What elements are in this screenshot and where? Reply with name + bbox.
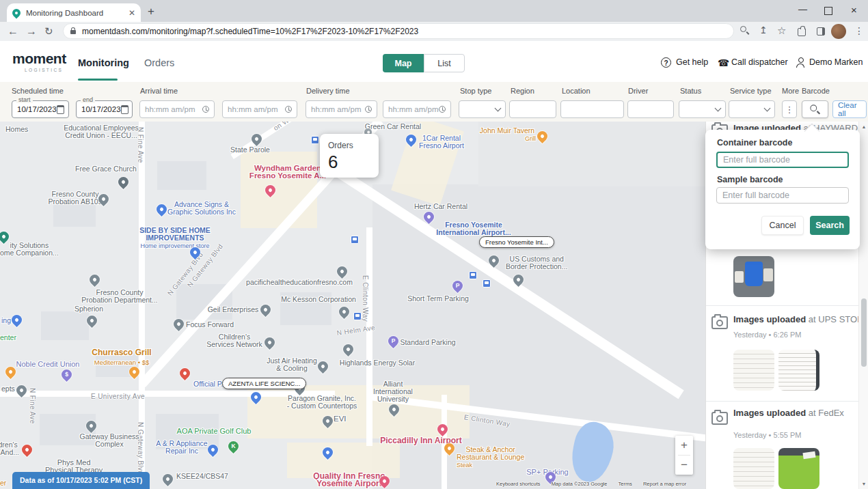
sample-barcode-input[interactable]	[716, 187, 849, 204]
side-panel-icon[interactable]	[817, 27, 825, 36]
browser-tab[interactable]: Monitoring Dashboard ✕	[7, 3, 141, 22]
map-pin-icon[interactable]	[335, 264, 349, 279]
map-canvas[interactable]: HomesEducational EmployeesCredit Union -…	[0, 122, 705, 489]
map-poi-label: enter	[0, 334, 16, 341]
map-toggle-button[interactable]: Map	[383, 54, 424, 72]
report-map-error-link[interactable]: Report a map error	[643, 481, 686, 487]
profile-avatar[interactable]	[831, 24, 846, 39]
service-type-select[interactable]	[729, 100, 775, 118]
zoom-out-button[interactable]: −	[675, 456, 693, 475]
driver-label: Driver	[628, 87, 648, 95]
forward-button[interactable]: →	[26, 25, 37, 38]
back-button[interactable]: ←	[8, 25, 18, 38]
list-toggle-button[interactable]: List	[424, 54, 465, 72]
map-pin-icon[interactable]: P	[450, 279, 465, 293]
new-tab-button[interactable]: +	[148, 5, 154, 18]
map-poi-label: Educational EmployeesCredit Union - EECU…	[64, 124, 139, 139]
map-pin-icon[interactable]	[10, 313, 24, 327]
clear-all-button[interactable]: Clear all	[832, 100, 867, 118]
extensions-puzzle-icon[interactable]	[798, 28, 806, 36]
map-pin-icon[interactable]	[154, 202, 169, 216]
stop-type-select[interactable]	[459, 100, 506, 118]
map-pin-icon[interactable]	[87, 273, 102, 287]
clock-icon	[365, 106, 372, 113]
uploaded-image-thumbnail[interactable]	[778, 448, 819, 489]
bookmark-star-icon[interactable]: ☆	[777, 25, 786, 37]
map-pin-icon[interactable]: $	[59, 367, 74, 382]
nav-orders[interactable]: Orders	[144, 57, 174, 68]
status-select[interactable]	[679, 100, 726, 118]
map-poi-label: Highlands Energy Solar	[340, 359, 415, 367]
keyboard-shortcuts-link[interactable]: Keyboard shortcuts	[496, 481, 541, 487]
map-pin-icon[interactable]	[116, 175, 131, 189]
barcode-search-panel: Container barcode Sample barcode Cancel …	[705, 130, 860, 249]
order-stop-tag-marker[interactable]: AZENTA LIFE SCIENC...	[222, 378, 306, 389]
feed-divider	[706, 305, 858, 306]
window-maximize-button[interactable]	[824, 7, 832, 15]
orders-cluster-popup[interactable]: Orders 6	[320, 134, 379, 178]
map-pin-icon[interactable]	[20, 443, 34, 457]
container-barcode-label: Container barcode	[717, 138, 792, 148]
map-commercial-zone	[241, 152, 317, 228]
map-pin-icon[interactable]	[161, 472, 175, 486]
url-text: momentdash.com/monitoring/map?f.schedule…	[82, 27, 418, 36]
order-stop-tag-marker[interactable]: Fresno Yosemite Int...	[479, 236, 554, 248]
road-e-university-ave	[0, 391, 335, 397]
stop-type-label: Stop type	[460, 87, 491, 95]
uploaded-image-thumbnail[interactable]	[778, 350, 819, 391]
user-menu[interactable]: Demo Marken	[809, 57, 863, 67]
start-mini-label: start	[16, 96, 33, 103]
address-bar[interactable]: momentdash.com/monitoring/map?f.schedule…	[63, 23, 734, 39]
share-icon[interactable]: ↥	[759, 25, 768, 36]
map-pin-icon[interactable]	[178, 366, 192, 380]
region-input[interactable]	[509, 100, 556, 118]
arrival-end-field[interactable]: hh:mm am/pm	[222, 100, 297, 118]
scheduled-end-field[interactable]: end 10/17/2023	[76, 100, 133, 118]
map-poi-label: A & R ApplianceRepair Inc	[156, 440, 207, 455]
arrival-start-field[interactable]: hh:mm am/pm	[139, 100, 215, 118]
map-pin-icon[interactable]: P	[386, 334, 401, 348]
map-pin-icon[interactable]: K	[226, 439, 241, 453]
page-scrollbar[interactable]: ▲ ▼	[858, 122, 868, 489]
driver-input[interactable]	[627, 100, 674, 118]
barcode-search-button[interactable]	[802, 100, 828, 118]
transit-stop-icon	[311, 136, 319, 144]
arrival-time-label: Arrival time	[140, 87, 178, 95]
map-data-copyright: Map data ©2023 Google	[552, 481, 608, 487]
zoom-icon[interactable]	[740, 26, 749, 35]
delivery-end-field[interactable]: hh:mm am/pm	[383, 100, 451, 118]
location-input[interactable]	[560, 100, 624, 118]
uploaded-image-thumbnail[interactable]	[733, 256, 774, 297]
window-close-button[interactable]: ×	[851, 4, 857, 16]
scrollbar-thumb[interactable]	[861, 298, 867, 367]
map-pin-icon[interactable]	[258, 303, 273, 317]
container-barcode-input[interactable]	[716, 152, 849, 168]
scheduled-start-field[interactable]: start 10/17/2023	[12, 100, 69, 118]
browser-tabstrip: Monitoring Dashboard ✕ + — ×	[0, 0, 868, 22]
tab-close-icon[interactable]: ✕	[128, 8, 135, 18]
delivery-start-field[interactable]: hh:mm am/pm	[306, 100, 377, 118]
scroll-up-arrow[interactable]: ▲	[859, 124, 868, 129]
map-poi-label: pacifichealtheducationfresno.com	[246, 279, 353, 286]
window-minimize-button[interactable]: —	[798, 4, 807, 14]
search-button[interactable]: Search	[810, 216, 850, 235]
street-name-label: N Gateway Blvd	[137, 422, 144, 475]
uploaded-image-thumbnail[interactable]	[733, 350, 774, 391]
nav-monitoring[interactable]: Monitoring	[78, 57, 129, 68]
more-filters-button[interactable]: ⋮	[782, 100, 797, 118]
moment-logo[interactable]: moment	[12, 51, 66, 67]
terms-link[interactable]: Terms	[618, 481, 632, 487]
zoom-in-button[interactable]: +	[675, 436, 693, 455]
browser-menu-icon[interactable]: ⋮	[854, 25, 864, 36]
get-help-button[interactable]: Get help	[676, 57, 708, 67]
cancel-button[interactable]: Cancel	[761, 216, 804, 235]
map-pin-icon[interactable]	[316, 359, 330, 374]
road-e-clinton-way	[366, 227, 372, 446]
reload-button[interactable]: ↻	[44, 25, 53, 38]
map-pin-icon[interactable]	[341, 342, 355, 357]
uploaded-image-thumbnail[interactable]	[733, 448, 774, 489]
call-dispatcher-button[interactable]: Call dispatcher	[731, 57, 788, 67]
map-pin-icon[interactable]	[262, 335, 277, 350]
map-pin-icon[interactable]	[337, 305, 351, 319]
scroll-down-arrow[interactable]: ▼	[859, 481, 868, 486]
